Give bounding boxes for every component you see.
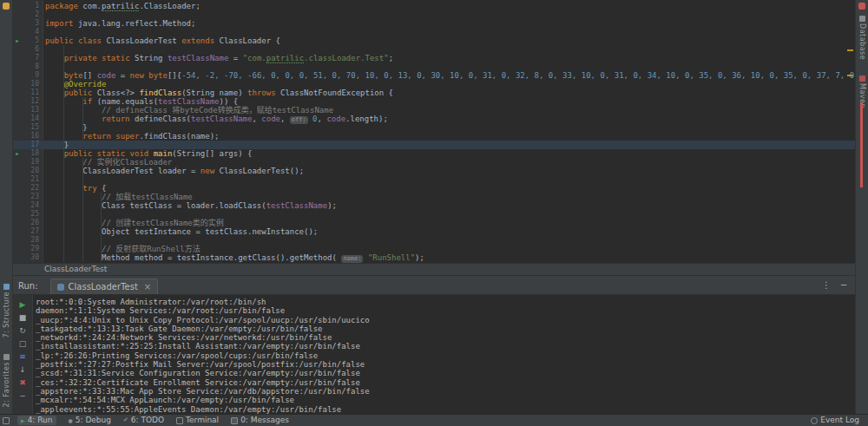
gutter-line-24[interactable]: 24 — [13, 201, 43, 210]
code-line-26[interactable]: 26 // 创建testClassName类的实例 — [13, 219, 855, 227]
gutter-line-19[interactable]: 19 — [13, 158, 43, 167]
code-line-28[interactable]: 28 — [13, 236, 855, 245]
code-line-22[interactable]: 22 try { — [13, 184, 855, 193]
pin-tab-button[interactable]: □ — [13, 338, 32, 351]
run-gutter-icon[interactable] — [13, 141, 22, 149]
run-gutter-icon[interactable] — [13, 2, 22, 10]
code-line-25[interactable]: 25 — [13, 210, 855, 219]
code-line-11[interactable]: 11 public Class<?> findClass(String name… — [13, 88, 855, 97]
soft-wrap-button[interactable]: ≡ — [13, 351, 32, 364]
gutter-line-5[interactable]: ▶5 — [13, 36, 43, 45]
scroll-to-end-button[interactable]: ↓ — [13, 364, 32, 377]
run-tab-classloadertest[interactable]: ClassLoaderTest × — [50, 279, 159, 294]
code-editor[interactable]: 1package com.patrilic.ClassLoader;23impo… — [13, 0, 855, 263]
gutter-line-21[interactable]: 21 — [13, 175, 43, 184]
gutter-line-4[interactable]: 4 — [13, 28, 43, 36]
gutter-line-20[interactable]: 20 — [13, 167, 43, 175]
run-gutter-icon[interactable]: ▶ — [13, 36, 22, 45]
code-line-10[interactable]: 10 @Override — [13, 80, 855, 88]
run-gutter-icon[interactable] — [13, 132, 22, 141]
code-line-8[interactable]: 8 — [13, 62, 855, 71]
run-gutter-icon[interactable] — [13, 219, 22, 227]
gutter-line-29[interactable]: 29 — [13, 245, 43, 253]
collapse-all-button[interactable]: − — [13, 390, 32, 403]
run-gutter-icon[interactable] — [13, 80, 22, 88]
statusbar-item-terminal[interactable]: Terminal — [176, 416, 219, 425]
gutter-line-25[interactable]: 25 — [13, 210, 43, 219]
run-gutter-icon[interactable] — [13, 88, 22, 97]
run-gutter-icon[interactable]: ▶ — [13, 149, 22, 158]
run-gutter-icon[interactable] — [13, 28, 22, 36]
plugin-icon[interactable] — [3, 3, 10, 10]
gutter-line-1[interactable]: 1 — [13, 2, 43, 10]
restore-layout-button[interactable]: ↻ — [13, 324, 32, 338]
gutter-line-6[interactable]: 6 — [13, 45, 43, 54]
gutter-line-2[interactable]: 2 — [13, 10, 43, 19]
gutter-line-27[interactable]: 27 — [13, 227, 43, 236]
gutter-line-9[interactable]: 9 — [13, 71, 43, 80]
toolwindow-switcher-icon[interactable] — [0, 417, 12, 424]
code-line-12[interactable]: 12 if (name.equals(testClassName)) { — [13, 97, 855, 106]
gutter-line-7[interactable]: 7 — [13, 54, 43, 62]
gutter-line-16[interactable]: 16 — [13, 132, 43, 141]
code-line-15[interactable]: 15 } — [13, 123, 855, 132]
gutter-line-23[interactable]: 23 — [13, 193, 43, 201]
code-line-14[interactable]: 14 return defineClass(testClassName, cod… — [13, 115, 855, 123]
gutter-line-26[interactable]: 26 — [13, 219, 43, 227]
close-tab-icon[interactable]: × — [144, 282, 151, 292]
code-line-7[interactable]: 7 private static String testClassName = … — [13, 54, 855, 62]
run-gutter-icon[interactable] — [13, 54, 22, 62]
breadcrumb[interactable]: ClassLoaderTest — [13, 263, 855, 275]
stripe-tab-favorites[interactable]: 2: Favorites — [3, 352, 10, 407]
gutter-line-18[interactable]: ▶18 — [13, 149, 43, 158]
code-line-17[interactable]: 17 } — [13, 141, 855, 149]
error-stripe[interactable] — [847, 0, 854, 263]
run-gutter-icon[interactable] — [13, 184, 22, 193]
code-line-29[interactable]: 29 // 反射获取RunShell方法 — [13, 245, 855, 253]
run-gutter-icon[interactable] — [13, 10, 22, 19]
gutter-line-15[interactable]: 15 — [13, 123, 43, 132]
code-line-19[interactable]: 19 // 实例化ClassLoader — [13, 158, 855, 167]
clear-all-button[interactable]: ✖ — [13, 377, 32, 390]
rerun-button[interactable]: ▶ — [13, 298, 32, 311]
statusbar-item-event-log[interactable]: Event Log — [811, 416, 859, 425]
breadcrumb-item[interactable]: ClassLoaderTest — [44, 265, 107, 273]
run-gutter-icon[interactable] — [13, 201, 22, 210]
gutter-line-11[interactable]: 11 — [13, 88, 43, 97]
gutter-line-30[interactable]: 30 — [13, 253, 43, 262]
code-line-24[interactable]: 24 Class testClass = loader.loadClass(te… — [13, 201, 855, 210]
warning-stripe-mark[interactable] — [847, 75, 853, 76]
code-line-3[interactable]: 3import java.lang.reflect.Method; — [13, 19, 855, 28]
code-line-27[interactable]: 27 Object testInstance = testClass.newIn… — [13, 227, 855, 236]
statusbar-item-5-debug[interactable]: 5: Debug — [69, 416, 111, 425]
code-line-9[interactable]: 9 byte[] code = new byte[]{-54, -2, -70,… — [13, 71, 855, 80]
run-gutter-icon[interactable] — [13, 227, 22, 236]
run-gutter-icon[interactable] — [13, 253, 22, 262]
gutter-line-3[interactable]: 3 — [13, 19, 43, 28]
stripe-tab-structure[interactable]: 7: Structure — [3, 282, 10, 338]
run-gutter-icon[interactable] — [13, 193, 22, 201]
gutter-line-17[interactable]: 17 — [13, 141, 43, 149]
code-line-18[interactable]: ▶18 public static void main(String[] arg… — [13, 149, 855, 158]
code-line-4[interactable]: 4 — [13, 28, 855, 36]
stop-button[interactable]: ■ — [13, 311, 32, 324]
statusbar-item-4-run[interactable]: 4: Run — [17, 416, 56, 425]
gutter-line-12[interactable]: 12 — [13, 97, 43, 106]
run-gutter-icon[interactable] — [13, 158, 22, 167]
code-line-23[interactable]: 23 // 加载testClassName — [13, 193, 855, 201]
run-gutter-icon[interactable] — [13, 236, 22, 245]
run-gutter-icon[interactable] — [13, 71, 22, 80]
code-line-1[interactable]: 1package com.patrilic.ClassLoader; — [13, 2, 855, 10]
code-line-2[interactable]: 2 — [13, 10, 855, 19]
statusbar-item-0-messages[interactable]: 0: Messages — [231, 416, 289, 425]
gutter-line-10[interactable]: 10 — [13, 80, 43, 88]
run-gutter-icon[interactable] — [13, 175, 22, 184]
run-gutter-icon[interactable] — [13, 245, 22, 253]
run-gutter-icon[interactable] — [13, 19, 22, 28]
gutter-line-28[interactable]: 28 — [13, 236, 43, 245]
code-line-30[interactable]: 30 Method method = testInstance.getClass… — [13, 253, 855, 262]
notification-indicator-icon[interactable] — [858, 3, 865, 10]
hide-panel-icon[interactable]: ─ — [841, 280, 846, 290]
gutter-line-22[interactable]: 22 — [13, 184, 43, 193]
code-line-16[interactable]: 16 return super.findClass(name); — [13, 132, 855, 141]
